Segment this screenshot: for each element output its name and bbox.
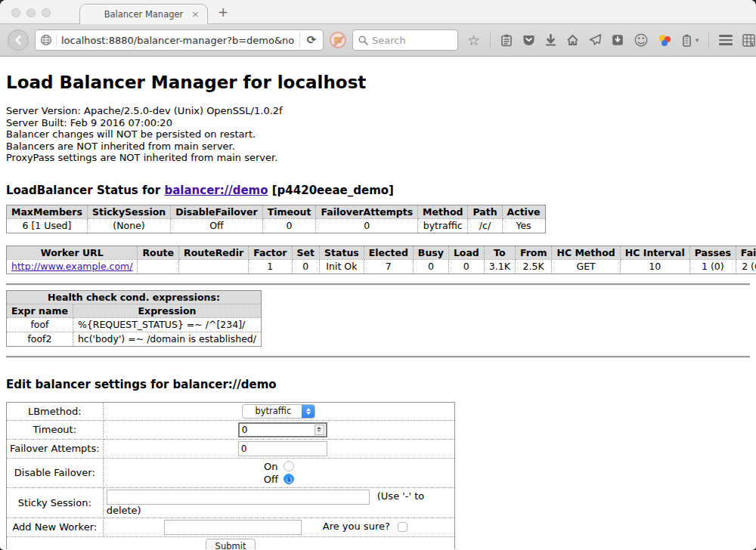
cell-maxmembers: 6 [1 Used] xyxy=(7,218,88,233)
tab-close-icon[interactable]: × xyxy=(191,8,200,20)
cell-disablefailover: Off xyxy=(171,218,262,233)
cell-factor: 1 xyxy=(249,259,292,273)
tab-title: Balancer Manager xyxy=(104,9,184,20)
page-title: Load Balancer Manager for localhost xyxy=(6,73,750,92)
bookmark-star-icon[interactable]: ☆ xyxy=(467,33,480,48)
proxypass-warning-line: ProxyPass settings are NOT inherited fro… xyxy=(6,152,750,164)
failover-attempts-cell xyxy=(103,439,454,458)
pocket-icon[interactable] xyxy=(522,34,535,46)
cell-to: 3.1K xyxy=(484,259,515,273)
balancer-summary-data-row: 6 [1 Used] (None) Off 0 0 bytraffic /c/ … xyxy=(7,218,546,233)
section-divider-1 xyxy=(6,283,750,286)
cell-method: bytraffic xyxy=(418,218,468,233)
timeout-input[interactable] xyxy=(240,425,314,435)
health-row-foof: foof %{REQUEST_STATUS} =~ /^[234]/ xyxy=(7,317,262,332)
home-icon[interactable] xyxy=(566,34,579,46)
worker-table: Worker URL Route RouteRedir Factor Set S… xyxy=(6,246,756,274)
url-input[interactable] xyxy=(57,35,299,46)
url-bar[interactable]: ⟳ xyxy=(35,29,324,51)
col-factor: Factor xyxy=(249,246,292,259)
disable-failover-row: Disable Failover: On Off xyxy=(7,458,455,487)
minimize-window-button[interactable] xyxy=(26,8,36,17)
server-built-line: Server Built: Feb 9 2016 07:00:20 xyxy=(6,117,750,129)
container-battery-icon[interactable] xyxy=(682,34,692,47)
cell-busy: 0 xyxy=(413,259,448,273)
submit-button[interactable]: Submit xyxy=(206,539,256,549)
cell-status: Init Ok xyxy=(320,259,364,273)
toolbar-icons: ☆ ☺ ▾ xyxy=(467,32,755,48)
number-spinner-icon[interactable] xyxy=(314,425,324,435)
reading-list-icon[interactable] xyxy=(500,34,513,47)
page-content: Load Balancer Manager for localhost Serv… xyxy=(0,57,756,549)
col-worker-url: Worker URL xyxy=(7,246,138,259)
disable-failover-off-radio[interactable] xyxy=(284,474,294,484)
select-stepper-icon xyxy=(302,404,314,419)
cell-worker-url: http://www.example.com/ xyxy=(7,259,138,273)
cell-elected: 7 xyxy=(364,259,413,273)
radio-on-label: On xyxy=(264,460,277,473)
disable-failover-cell: On Off xyxy=(103,458,454,487)
tab-balancer-manager[interactable]: Balancer Manager × xyxy=(79,4,208,24)
tab-groups-grid-icon[interactable] xyxy=(742,34,755,47)
extension-download-box-icon[interactable] xyxy=(612,34,624,46)
send-plane-icon[interactable] xyxy=(589,34,602,46)
cell-active: Yes xyxy=(502,218,545,233)
lbmethod-cell: bytraffic xyxy=(103,402,454,420)
colorful-extension-icon[interactable] xyxy=(658,34,672,46)
submit-row: Submit xyxy=(7,536,455,549)
col-hc-interval: HC Interval xyxy=(620,246,689,259)
submit-cell: Submit xyxy=(7,536,455,549)
timeout-row: Timeout: xyxy=(7,420,455,439)
new-tab-button[interactable]: + xyxy=(218,5,228,20)
downloads-icon[interactable] xyxy=(545,34,556,46)
persist-warning-line: Balancer changes will NOT be persisted o… xyxy=(6,128,750,141)
cell-expr-name-foof2: foof2 xyxy=(7,332,73,346)
reload-button[interactable]: ⟳ xyxy=(300,33,323,47)
search-bar[interactable] xyxy=(352,29,458,51)
failover-attempts-row: Failover Attempts: xyxy=(7,439,455,458)
col-fails: Fails xyxy=(736,246,756,259)
cell-load: 0 xyxy=(448,259,484,273)
col-load: Load xyxy=(448,246,484,259)
window-controls[interactable] xyxy=(11,8,51,17)
back-button[interactable] xyxy=(8,29,29,51)
timeout-input-wrap xyxy=(238,422,327,437)
cell-expr-name-foof: foof xyxy=(7,317,73,332)
browser-window: Balancer Manager × + ⟳ ☆ xyxy=(0,0,756,550)
close-window-button[interactable] xyxy=(11,8,20,17)
failover-attempts-input[interactable] xyxy=(238,441,327,456)
search-icon xyxy=(358,36,368,45)
menu-hamburger-icon[interactable] xyxy=(719,35,733,45)
zoom-window-button[interactable] xyxy=(42,8,51,17)
worker-data-row: http://www.example.com/ 1 0 Init Ok 7 0 … xyxy=(7,259,756,273)
failover-attempts-label: Failover Attempts: xyxy=(7,439,104,458)
col-routeredir: RouteRedir xyxy=(179,246,249,259)
toolbar-separator-2 xyxy=(708,32,709,48)
toolbar-separator xyxy=(490,32,491,48)
worker-url-link[interactable]: http://www.example.com/ xyxy=(11,261,132,272)
balancer-demo-link[interactable]: balancer://demo xyxy=(164,184,268,197)
col-timeout: Timeout xyxy=(262,205,316,218)
sticky-session-input[interactable] xyxy=(107,490,370,505)
add-worker-input[interactable] xyxy=(164,520,302,535)
content-blocked-icon[interactable] xyxy=(330,32,346,48)
sticky-session-cell: (Use '-' to delete) xyxy=(103,487,454,518)
are-you-sure-label: Are you sure? xyxy=(323,521,390,532)
emoji-smiley-icon[interactable]: ☺ xyxy=(634,33,649,48)
col-busy: Busy xyxy=(413,246,448,259)
col-set: Set xyxy=(292,246,319,259)
are-you-sure-checkbox[interactable] xyxy=(398,522,407,532)
cell-expression-foof2: hc('body') =~ /domain is established/ xyxy=(73,332,261,346)
search-input[interactable] xyxy=(372,35,440,46)
lbmethod-select[interactable]: bytraffic xyxy=(242,404,315,419)
col-route: Route xyxy=(138,246,179,259)
cell-hc-interval: 10 xyxy=(620,259,689,273)
site-identity-globe-icon[interactable] xyxy=(36,34,57,46)
overflow-caret-icon[interactable]: ▾ xyxy=(696,36,699,44)
timeout-cell xyxy=(103,420,454,439)
sticky-session-label: Sticky Session: xyxy=(7,487,104,518)
back-arrow-icon xyxy=(13,35,23,45)
cell-expression-foof: %{REQUEST_STATUS} =~ /^[234]/ xyxy=(73,317,261,332)
disable-failover-on-radio[interactable] xyxy=(284,461,294,471)
section-divider-2 xyxy=(6,356,750,358)
